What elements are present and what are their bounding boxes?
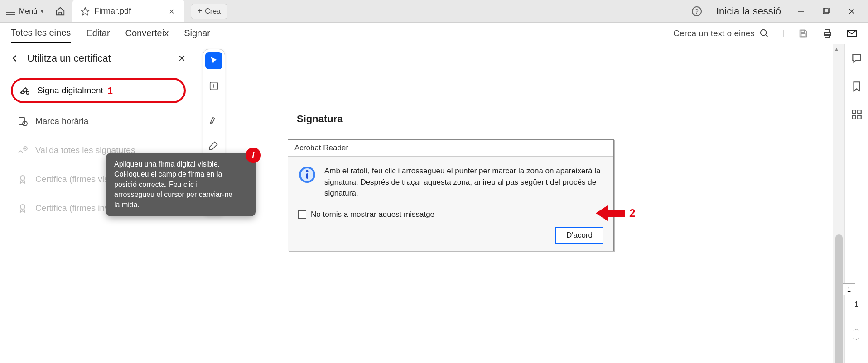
home-icon — [55, 6, 65, 16]
tab-close[interactable]: × — [167, 7, 176, 16]
annotation-arrow-2: 2 — [596, 205, 635, 222]
tab-convert[interactable]: Converteix — [125, 24, 169, 42]
tooltip-text: Apliqueu una firma digital visible. Col·… — [114, 160, 232, 209]
info-badge-icon: i — [246, 148, 261, 163]
home-button[interactable] — [50, 0, 71, 22]
maximize-icon — [823, 8, 830, 15]
menu-button[interactable]: Menú ▾ — [0, 0, 50, 22]
search-placeholder: Cerca un text o eines — [673, 29, 755, 38]
sidebar-item-timestamp[interactable]: Marca horària — [11, 110, 186, 132]
share-button[interactable] — [846, 28, 857, 39]
sign-in-link[interactable]: Inicia la sessió — [716, 5, 781, 17]
star-icon — [81, 7, 90, 16]
save-icon — [798, 29, 808, 38]
svg-point-19 — [20, 205, 25, 209]
checkbox-icon — [298, 210, 306, 219]
minimize-icon — [797, 8, 805, 15]
pen-certificate-icon — [19, 85, 30, 96]
print-icon — [822, 28, 833, 39]
window-maximize[interactable] — [821, 6, 832, 17]
validate-icon — [17, 145, 28, 156]
svg-point-6 — [761, 29, 767, 35]
highlight-tool[interactable] — [205, 111, 222, 129]
svg-rect-11 — [825, 29, 829, 32]
sticky-note-plus-icon — [209, 81, 219, 91]
search-icon — [759, 29, 769, 38]
back-button[interactable] — [11, 54, 19, 62]
dialog-ok-button[interactable]: D'acord — [555, 227, 603, 244]
sidebar-item-digitally-sign[interactable]: Signa digitalment 1 — [11, 78, 186, 103]
svg-marker-0 — [82, 7, 89, 15]
dialog-body-text: Amb el ratolí, feu clic i arrossegueu el… — [324, 166, 603, 199]
ribbon-icon — [17, 174, 28, 185]
grid-icon — [851, 109, 863, 120]
page-down-button[interactable]: ﹀ — [853, 335, 860, 345]
draw-tool[interactable] — [205, 137, 222, 154]
highlight-icon — [209, 115, 219, 125]
window-close[interactable] — [846, 6, 857, 17]
thumbnails-panel-button[interactable] — [851, 109, 863, 120]
ribbon-outline-icon — [17, 203, 28, 214]
svg-point-18 — [20, 176, 25, 180]
add-note-tool[interactable] — [205, 77, 222, 95]
svg-rect-30 — [852, 110, 856, 114]
sidebar-item-label: Signa digitalment — [37, 86, 103, 96]
mail-icon — [846, 28, 857, 39]
checkbox-label: No tornis a mostrar aquest missatge — [311, 210, 434, 219]
dialog-title: Acrobat Reader — [288, 140, 613, 157]
separator — [207, 103, 220, 103]
scrollbar[interactable]: ▴ — [833, 44, 844, 363]
page-total: 1 — [854, 301, 858, 309]
left-panel-title: Utilitza un certificat — [27, 53, 170, 64]
bookmark-panel-button[interactable] — [851, 81, 863, 92]
speech-bubble-icon — [851, 53, 863, 64]
create-button[interactable]: + Crea — [191, 4, 227, 19]
tab-sign[interactable]: Signar — [184, 24, 210, 42]
page-nav: ︿ ﹀ — [853, 324, 860, 345]
sidebar-item-label: Marca horària — [35, 116, 88, 126]
annotation-2-number: 2 — [629, 207, 635, 220]
select-tool[interactable] — [205, 52, 222, 69]
comment-panel-button[interactable] — [851, 53, 863, 64]
help-button[interactable]: ? — [692, 6, 702, 16]
tools-toolbar: Totes les eines Editar Converteix Signar… — [0, 23, 868, 44]
window-minimize[interactable] — [796, 6, 806, 17]
right-rail: 1 1 ︿ ﹀ — [844, 44, 868, 363]
document-tab[interactable]: Firmar.pdf × — [72, 0, 184, 22]
bookmark-icon — [851, 81, 863, 92]
cursor-icon — [209, 56, 218, 65]
svg-rect-27 — [306, 173, 308, 179]
dialog-checkbox[interactable]: No tornis a mostrar aquest missatge — [298, 210, 603, 219]
annotation-1: 1 — [108, 86, 113, 96]
close-icon — [848, 8, 855, 15]
dialog-acrobat-reader: Acrobat Reader Amb el ratolí, feu clic i… — [288, 139, 614, 251]
svg-point-14 — [26, 91, 29, 94]
titlebar: Menú ▾ Firmar.pdf × + Crea ? Inicia la s… — [0, 0, 868, 23]
svg-rect-8 — [801, 30, 804, 32]
print-button[interactable] — [822, 28, 833, 39]
tab-all-tools[interactable]: Totes les eines — [11, 24, 71, 43]
svg-rect-9 — [801, 33, 805, 36]
tab-edit[interactable]: Editar — [86, 24, 110, 42]
save-button[interactable] — [798, 29, 808, 38]
info-badge-label: i — [252, 149, 254, 161]
left-panel: Utilitza un certificat ✕ Signa digitalme… — [0, 44, 197, 363]
chevron-left-icon — [11, 54, 19, 62]
pencil-icon — [209, 140, 219, 150]
page-up-button[interactable]: ︿ — [853, 324, 860, 334]
svg-rect-33 — [858, 115, 861, 119]
scroll-up-icon[interactable]: ▴ — [835, 45, 838, 53]
page-current-input[interactable]: 1 — [843, 283, 855, 295]
document-heading: Signatura — [297, 113, 342, 125]
hamburger-icon — [6, 8, 15, 14]
scroll-thumb[interactable] — [835, 234, 843, 363]
chevron-down-icon: ▾ — [41, 8, 43, 14]
toolbar-right: Cerca un text o eines | — [673, 23, 857, 44]
left-panel-close[interactable]: ✕ — [178, 53, 186, 64]
titlebar-right: ? Inicia la sessió — [692, 0, 868, 22]
document-area[interactable]: A Signatura Acrobat Reader Amb el ratolí… — [197, 44, 833, 363]
info-icon — [298, 166, 316, 184]
search-input[interactable]: Cerca un text o eines — [673, 29, 769, 38]
arrow-left-icon — [596, 205, 625, 222]
svg-point-28 — [306, 170, 309, 172]
